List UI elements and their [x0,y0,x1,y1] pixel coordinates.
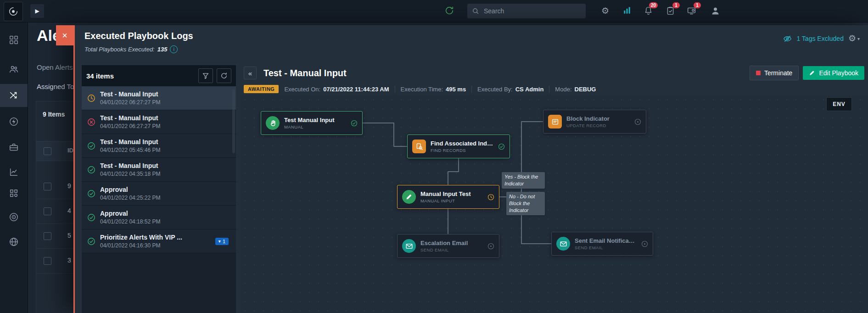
nav-playbooks[interactable] [0,84,28,107]
sync-status-icon[interactable] [444,6,454,17]
play-button[interactable]: ▶ [30,4,44,18]
log-title: Test - Manual Input [100,162,210,169]
log-title: Prioritize Alerts With VIP ... [100,234,210,241]
list-item[interactable]: Prioritize Alerts With VIP ... 04/01/202… [82,229,236,253]
eye-off-icon[interactable] [783,34,792,43]
success-icon [87,190,95,198]
status-badge: AWAITING [244,85,279,93]
node-sent-email-notification[interactable]: Sent Email Notification SEND EMAIL [551,232,653,256]
success-icon [498,143,505,150]
users-icon [9,64,19,74]
nav-global[interactable] [0,230,28,253]
playbook-log-list: Test - Manual Input 04/01/2022 06:27:27 … [82,86,236,313]
node-find-associated-indicators[interactable]: Find Associated Indicators FIND RECORDS [407,134,510,158]
close-modal-button[interactable]: × [56,25,73,45]
dashboard-grid-icon [9,35,19,45]
success-icon [87,213,95,222]
node-subtitle: MANUAL [284,124,346,129]
log-time: 04/01/2022 04:35:18 PM [100,171,230,177]
list-item[interactable]: Approval 04/01/2022 04:18:52 PM [82,206,236,229]
edit-playbook-button[interactable]: Edit Playbook [803,66,864,80]
total-playbooks-line: Total Playbooks Executed: 135 i [84,45,178,53]
meta-mode: Mode: DEBUG [555,86,596,93]
node-block-indicator[interactable]: Block Indicator UPDATE RECORD [543,110,646,134]
row-id-value: 9 [67,182,71,190]
nav-cases[interactable] [0,136,28,159]
node-title: Find Associated Indicators [431,140,493,147]
search-input[interactable] [483,7,567,15]
nav-teams[interactable] [0,58,28,81]
row-checkbox[interactable] [44,207,51,215]
row-checkbox[interactable] [44,257,51,265]
app-logo[interactable] [4,2,23,21]
filter-button[interactable] [198,68,213,83]
success-icon [87,237,95,246]
total-playbooks-label: Total Playbooks Executed: [84,46,155,53]
child-count: 1 [223,239,225,244]
node-test-manual-input[interactable]: Test Manual Input MANUAL [261,111,363,135]
pencil-icon [809,70,815,76]
select-all-checkbox[interactable] [44,147,51,155]
log-title: Approval [100,186,210,193]
refresh-icon [220,72,228,79]
notifications-badge: 20 [649,2,658,8]
list-item[interactable]: Test - Manual Input 04/01/2022 06:27:27 … [82,110,236,134]
list-item[interactable]: Test - Manual Input 04/01/2022 04:35:18 … [82,158,236,182]
collapse-list-button[interactable]: « [244,67,257,79]
meta-executed-by: Executed By: CS Admin [477,86,543,93]
manual-input-icon [402,190,416,204]
node-escalation-email[interactable]: Escalation Email SEND EMAIL [397,234,499,258]
terminate-button[interactable]: Terminate [750,66,799,80]
row-checkbox[interactable] [44,183,51,190]
list-item[interactable]: Test - Manual Input 04/01/2022 05:45:46 … [82,134,236,158]
column-header-id: ID [67,147,73,154]
log-time: 04/01/2022 04:16:30 PM [100,242,211,249]
modal-settings-gear[interactable]: ⚙ ▾ [848,34,860,44]
grid-items-count: 9 Items [43,111,65,118]
list-item[interactable]: Test - Manual Input 04/01/2022 06:27:27 … [82,86,236,110]
node-subtitle: SEND EMAIL [420,247,483,252]
list-count: 34 items [86,72,195,80]
globe-icon [9,237,19,247]
global-search [467,4,586,18]
nav-reports[interactable] [0,161,28,184]
search-icon [472,7,479,15]
list-item[interactable]: Approval 04/01/2022 04:25:22 PM [82,182,236,206]
node-manual-input-test[interactable]: Manual Input Test MANUAL INPUT [397,185,499,209]
manual-trigger-icon [266,116,280,130]
settings-gear-icon[interactable]: ⚙ [601,6,609,16]
list-scrollbar[interactable] [232,89,235,153]
nav-dashboard[interactable] [0,28,28,51]
modal-title: Executed Playbook Logs [84,31,193,41]
divider [395,86,395,93]
crossed-arrows-icon [9,90,19,101]
meta-executed-on: Executed On: 07/21/2022 11:44:23 AM [284,86,389,93]
env-button[interactable]: ENV [826,97,852,111]
log-time: 04/01/2022 04:25:22 PM [100,195,230,201]
tags-excluded-link[interactable]: 1 Tags Excluded [796,35,843,42]
log-time: 04/01/2022 06:27:27 PM [100,99,230,106]
playbook-canvas[interactable]: ENV Test Manual Input MANUAL [241,95,868,313]
widgets-icon [9,188,19,198]
row-checkbox[interactable] [44,232,51,240]
nav-widgets[interactable] [0,182,28,205]
user-avatar-icon[interactable] [711,6,720,17]
breadcrumb-open-alerts[interactable]: Open Alerts [37,63,74,71]
child-playbooks-badge[interactable]: ▾ 1 [215,238,229,245]
nav-hunt[interactable] [0,206,28,229]
playbook-log-list-panel: 34 items Test - Manual Input 04/01/2022 … [82,65,236,313]
node-title: Sent Email Notification [575,237,637,244]
activity-bars-icon[interactable] [622,6,632,17]
not-executed-icon [641,240,648,247]
info-icon[interactable]: i [170,45,178,53]
system-badge: 1 [694,2,701,8]
lightning-circle-icon [9,117,19,127]
nav-automation[interactable] [0,110,28,133]
awaiting-icon [487,194,494,201]
tab-assigned-to[interactable]: Assigned To [37,83,74,90]
chevron-down-icon: ▾ [218,239,221,244]
node-title: Block Indicator [566,115,630,122]
terminate-label: Terminate [764,69,792,77]
log-title: Approval [100,210,210,217]
refresh-button[interactable] [217,68,231,83]
